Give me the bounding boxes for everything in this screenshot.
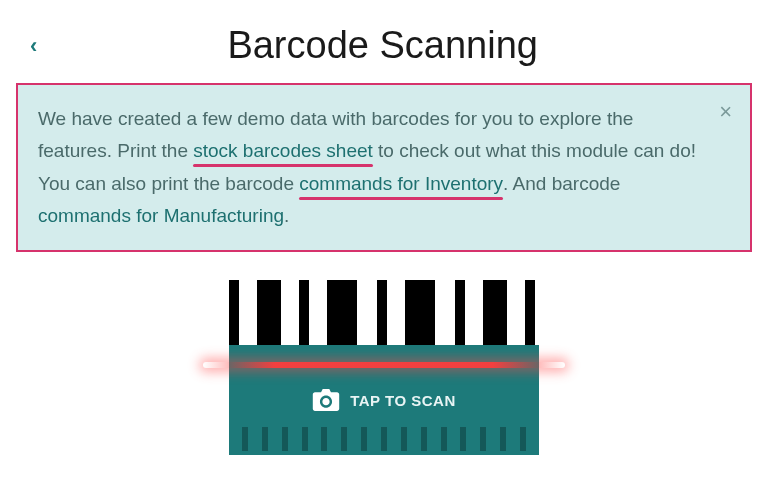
barcode-scan-button[interactable]: TAP TO SCAN <box>229 280 539 455</box>
header: ‹ Barcode Scanning <box>0 0 768 83</box>
scan-laser-icon <box>203 362 565 368</box>
close-icon: × <box>719 99 732 124</box>
scan-label: TAP TO SCAN <box>350 392 456 409</box>
info-alert: × We have created a few demo data with b… <box>18 85 750 250</box>
alert-close-button[interactable]: × <box>719 101 732 123</box>
camera-icon <box>312 389 340 411</box>
page-title: Barcode Scanning <box>17 24 748 67</box>
info-alert-highlight: × We have created a few demo data with b… <box>16 83 752 252</box>
commands-for-inventory-link[interactable]: commands for Inventory <box>299 173 503 194</box>
stock-barcodes-sheet-link[interactable]: stock barcodes sheet <box>193 140 373 161</box>
alert-text-segment: . And barcode <box>503 173 620 194</box>
commands-for-manufacturing-link[interactable]: commands for Manufacturing <box>38 205 284 226</box>
scan-area: TAP TO SCAN <box>0 280 768 455</box>
alert-text-segment: . <box>284 205 289 226</box>
panel-ticks-decoration <box>229 427 539 451</box>
